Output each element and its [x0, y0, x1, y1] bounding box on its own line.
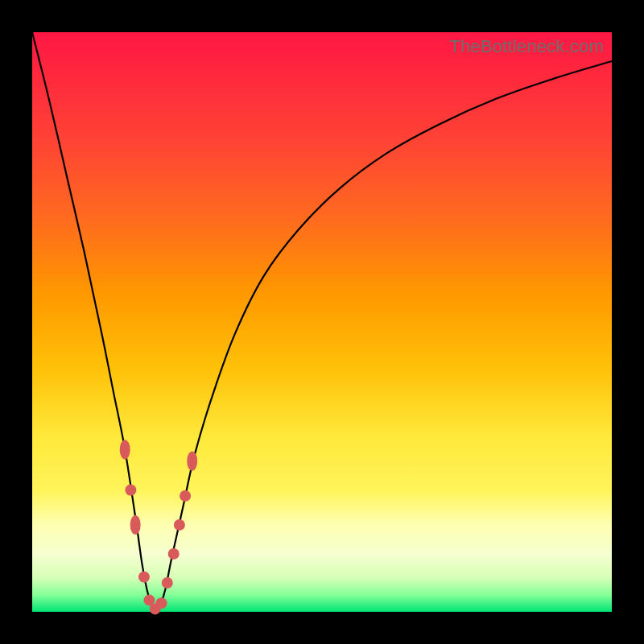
- plot-area: TheBottleneck.com: [32, 32, 612, 612]
- curve-marker: [174, 519, 185, 530]
- curve-marker: [180, 490, 191, 502]
- chart-frame: TheBottleneck.com: [0, 0, 644, 644]
- bottleneck-curve: [32, 32, 612, 610]
- curve-marker: [162, 577, 173, 588]
- curve-marker: [130, 515, 141, 535]
- curve-layer: [32, 32, 612, 612]
- marker-group: [120, 440, 198, 614]
- curve-marker: [120, 440, 130, 459]
- curve-marker: [125, 485, 136, 496]
- curve-marker: [138, 572, 150, 583]
- curve-marker: [168, 548, 180, 559]
- curve-marker: [187, 452, 197, 471]
- curve-marker: [156, 597, 167, 609]
